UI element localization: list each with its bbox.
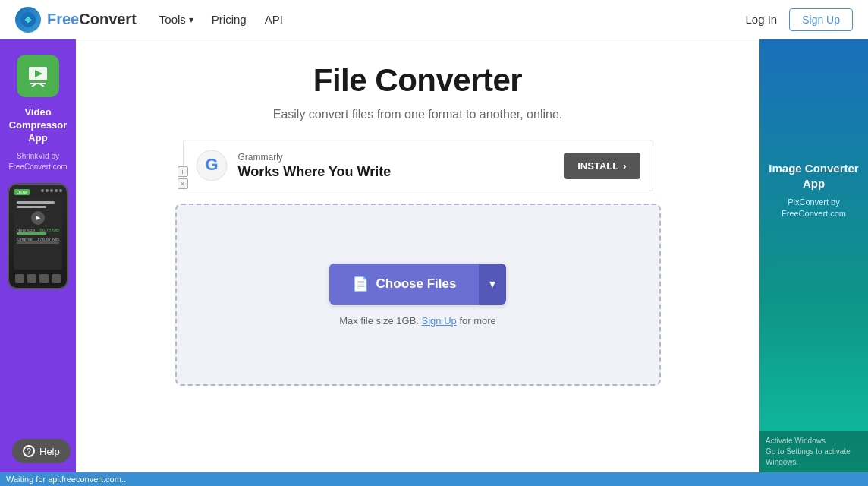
file-note-text: Max file size 1GB. [339,315,419,327]
page-subtitle: Easily convert files from one format to … [273,108,563,122]
header-right: Log In Sign Up [745,8,853,31]
ad-brand: Grammarly [238,152,565,163]
file-drop-zone[interactable]: 📄 Choose Files ▾ Max file size 1GB. Sign… [175,204,661,386]
choose-files-wrapper: 📄 Choose Files ▾ [329,264,507,305]
help-label: Help [39,446,60,457]
dropdown-arrow-icon: ▾ [489,276,495,291]
phone-bottom-icon [27,274,36,283]
nav-api[interactable]: API [265,13,283,26]
ad-text-block: Grammarly Works Where You Write [238,152,565,180]
phone-bottom-icon [15,274,24,283]
status-bar: Waiting for api.freeconvert.com... [0,472,868,486]
file-size-note: Max file size 1GB. Sign Up for more [339,315,496,327]
left-ad-app-icon [17,55,59,97]
ad-headline: Works Where You Write [238,164,565,180]
logo-convert: Convert [79,11,137,27]
login-button[interactable]: Log In [745,13,777,26]
ad-close-wrapper: i × [178,166,188,189]
ad-close-icon[interactable]: × [178,178,188,189]
nav-tools[interactable]: Tools ▾ [159,13,193,26]
center-content: File Converter Easily convert files from… [76,39,760,472]
choose-files-button[interactable]: 📄 Choose Files [329,264,480,305]
left-ad-sidebar: Video Compressor App ShrinkVid by FreeCo… [0,39,76,472]
svg-point-1 [26,17,30,22]
file-icon: 📄 [352,276,369,292]
phone-bottom-icons [14,274,62,283]
chevron-down-icon: ▾ [189,14,193,25]
phone-play-button: ▶ [31,211,45,225]
svg-text:G: G [205,155,218,174]
choose-files-label: Choose Files [376,276,457,292]
logo[interactable]: FreeConvert [15,7,137,33]
left-ad-title: Video Compressor App [8,106,68,145]
right-ad-sidebar: Image Converter App PixConvert by FreeCo… [760,39,868,472]
logo-free: Free [47,11,79,27]
phone-mockup: Done ▶ New size [8,183,68,289]
phone-status-bar: Done [14,189,62,195]
logo-text: FreeConvert [47,11,137,28]
ad-g-logo: G [196,150,228,181]
main-layout: Video Compressor App ShrinkVid by FreeCo… [0,39,868,472]
install-label: INSTALL [577,160,618,172]
right-ad-title: Image Converter App [769,161,859,191]
phone-bottom-icon [52,274,61,283]
activate-windows-sub: Go to Settings to activate Windows. [766,447,862,468]
pricing-label: Pricing [212,13,247,26]
nav: Tools ▾ Pricing API [159,13,283,26]
status-bar-text: Waiting for api.freeconvert.com... [6,475,128,484]
signup-link[interactable]: Sign Up [422,315,457,327]
phone-content: ▶ New size 66.78 MB Original 176.67 MB [14,198,62,270]
help-button[interactable]: ? Help [12,439,71,463]
header: FreeConvert Tools ▾ Pricing API Log In S… [0,0,868,39]
page-title: File Converter [313,62,522,99]
phone-done-badge: Done [14,189,30,195]
right-ad-subtitle: PixConvert by FreeConvert.com [769,197,859,220]
phone-screen: Done ▶ New size [9,185,67,288]
signup-button[interactable]: Sign Up [789,8,853,31]
header-left: FreeConvert Tools ▾ Pricing API [15,7,283,33]
file-note-suffix: for more [459,315,495,327]
choose-files-dropdown-button[interactable]: ▾ [479,264,506,305]
help-icon: ? [23,445,35,457]
api-label: API [265,13,283,26]
install-chevron: › [623,160,626,172]
activate-windows-text: Activate Windows [766,436,862,447]
ad-info-icon[interactable]: i [178,166,188,177]
nav-pricing[interactable]: Pricing [212,13,247,26]
ad-install-button[interactable]: INSTALL › [564,153,640,179]
logo-icon [15,7,41,33]
phone-bottom-icon [39,274,49,283]
tools-label: Tools [159,13,186,26]
activate-windows-overlay: Activate Windows Go to Settings to activ… [760,431,868,472]
left-ad-subtitle: ShrinkVid by FreeConvert.com [8,151,68,172]
ad-banner: i × G Grammarly Works Where You Write IN… [183,140,653,191]
